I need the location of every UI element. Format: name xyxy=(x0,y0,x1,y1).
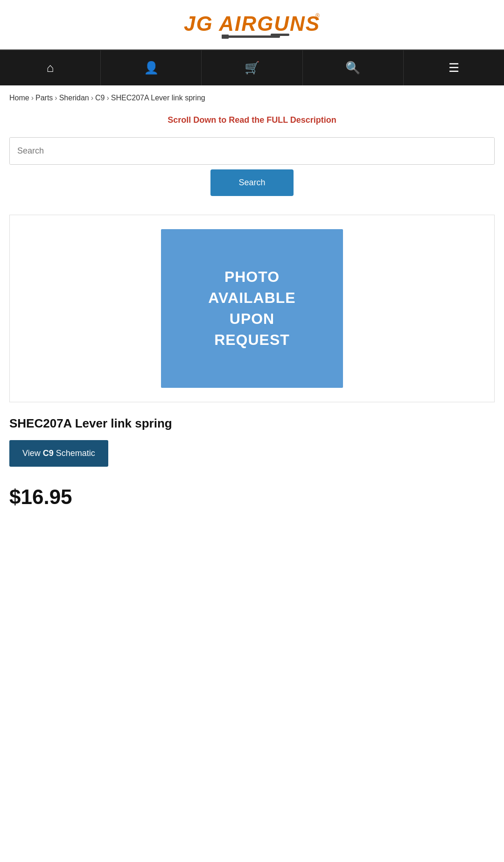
search-button[interactable]: Search xyxy=(210,169,293,196)
nav-menu[interactable]: ☰ xyxy=(404,50,504,85)
nav-bar: ⌂ 👤 🛒 🔍 ☰ xyxy=(0,49,504,85)
nav-cart[interactable]: 🛒 xyxy=(202,50,302,85)
search-input-wrapper xyxy=(9,137,495,165)
home-icon: ⌂ xyxy=(47,61,54,75)
breadcrumb-sep-4: › xyxy=(107,94,109,102)
breadcrumb-current: SHEC207A Lever link spring xyxy=(111,94,205,102)
menu-icon: ☰ xyxy=(448,61,459,75)
breadcrumb: Home › Parts › Sheridan › C9 › SHEC207A … xyxy=(0,85,504,111)
product-price: $16.95 xyxy=(0,476,504,523)
search-area: Search xyxy=(0,133,504,205)
breadcrumb-sheridan[interactable]: Sheridan xyxy=(59,94,89,102)
schematic-btn-pre: View xyxy=(22,449,43,458)
breadcrumb-c9[interactable]: C9 xyxy=(95,94,105,102)
nav-account[interactable]: 👤 xyxy=(101,50,202,85)
breadcrumb-sep-3: › xyxy=(91,94,93,102)
nav-home[interactable]: ⌂ xyxy=(0,50,101,85)
breadcrumb-sep-2: › xyxy=(55,94,57,102)
svg-text:JG AIRGUNS: JG AIRGUNS xyxy=(184,12,320,35)
product-image-area: PHOTOAVAILABLEUPONREQUEST xyxy=(9,215,495,402)
schematic-btn-model: C9 xyxy=(43,449,54,458)
product-image-placeholder: PHOTOAVAILABLEUPONREQUEST xyxy=(161,229,343,388)
schematic-button[interactable]: View C9 Schematic xyxy=(9,440,108,467)
svg-rect-3 xyxy=(271,34,289,36)
photo-placeholder-text: PHOTOAVAILABLEUPONREQUEST xyxy=(208,266,295,350)
nav-search[interactable]: 🔍 xyxy=(303,50,404,85)
cart-icon: 🛒 xyxy=(245,61,259,75)
breadcrumb-parts[interactable]: Parts xyxy=(35,94,53,102)
search-icon: 🔍 xyxy=(345,61,360,75)
schematic-btn-wrapper: View C9 Schematic xyxy=(0,435,504,476)
scroll-notice: Scroll Down to Read the FULL Description xyxy=(0,111,504,133)
breadcrumb-sep-1: › xyxy=(31,94,34,102)
svg-rect-4 xyxy=(222,35,229,39)
search-btn-wrapper: Search xyxy=(9,169,495,196)
svg-text:®: ® xyxy=(315,13,320,19)
breadcrumb-home[interactable]: Home xyxy=(9,94,29,102)
logo-area: JG AIRGUNS ® xyxy=(0,0,504,49)
search-input[interactable] xyxy=(10,138,494,164)
product-title: SHEC207A Lever link spring xyxy=(0,402,504,435)
schematic-btn-post: Schematic xyxy=(54,449,95,458)
account-icon: 👤 xyxy=(144,61,159,75)
